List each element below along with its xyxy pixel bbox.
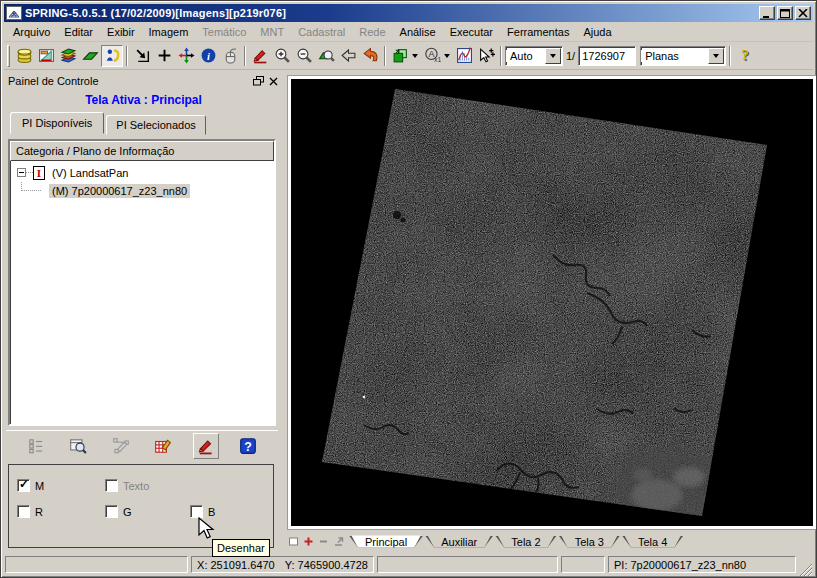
toolbar-button-acquire-points[interactable] — [475, 45, 497, 67]
category-label[interactable]: (V) LandsatPan — [49, 166, 131, 180]
remove-screen-button[interactable] — [317, 535, 330, 548]
tab-pi-disponiveis[interactable]: PI Disponíveis — [10, 112, 104, 134]
query-icon — [69, 437, 87, 455]
tab-tela-4[interactable]: Tela 4 — [622, 536, 683, 548]
main-area: Painel de Controle Tela Ativa : Principa… — [4, 70, 813, 553]
checkbox-m-box[interactable] — [17, 479, 30, 492]
checkbox-r-box[interactable] — [17, 505, 30, 518]
toolbar-button-histogram[interactable] — [453, 45, 475, 67]
checkbox-r[interactable]: R — [17, 505, 105, 518]
minimize-button[interactable] — [759, 6, 775, 20]
title-bar[interactable]: SPRING-5.0.5.1 (17/02/2009)[Imagens][p21… — [4, 4, 813, 22]
toolbar-button-couple-screens[interactable] — [389, 45, 411, 67]
database-icon — [16, 47, 33, 64]
pi-tree[interactable]: Categoria / Plano de Informação I (V) La… — [8, 139, 276, 426]
maximize-button[interactable] — [777, 6, 793, 20]
histogram-icon — [456, 47, 473, 64]
main-toolbar: i Ax1 Auto — [4, 42, 813, 70]
toolbar-button-undo-view[interactable] — [359, 45, 381, 67]
toolbar-button-spring-cursor[interactable] — [101, 45, 123, 67]
draw-button[interactable] — [193, 433, 219, 459]
window-title: SPRING-5.0.5.1 (17/02/2009)[Imagens][p21… — [25, 7, 757, 19]
toolbar-button-draw[interactable] — [249, 45, 271, 67]
panel-toolbar: ? — [6, 430, 278, 460]
draw-pencil-icon — [252, 47, 269, 64]
toolbar-button-zoom-in[interactable] — [271, 45, 293, 67]
tree-item-layer[interactable]: (M) 7p20000617_z23_nn80 — [10, 182, 274, 199]
float-panel-button[interactable] — [251, 74, 266, 88]
band-selection-groupbox: M Texto R G B — [8, 464, 274, 548]
toolbar-button-project[interactable] — [35, 45, 57, 67]
query-button[interactable] — [65, 433, 91, 459]
new-screen-button[interactable] — [287, 535, 300, 548]
active-plane-icon — [82, 47, 99, 64]
menu-arquivo[interactable]: Arquivo — [6, 23, 57, 41]
map-canvas[interactable] — [288, 76, 816, 529]
tab-tela-3[interactable]: Tela 3 — [559, 536, 620, 548]
scale-input[interactable] — [578, 46, 636, 66]
toolbar-separator — [500, 46, 502, 66]
detach-screen-button[interactable] — [332, 535, 345, 548]
pi-tabbar: PI Disponíveis PI Selecionados — [4, 110, 283, 134]
toolbar-button-layers[interactable] — [57, 45, 79, 67]
couple-screens-icon — [392, 47, 409, 64]
active-screen-label: Tela Ativa : Principal — [4, 90, 283, 110]
menu-imagem[interactable]: Imagem — [142, 23, 196, 41]
tab-auxiliar[interactable]: Auxiliar — [425, 536, 493, 548]
toolbar-button-previous-view[interactable] — [337, 45, 359, 67]
toolbar-button-pan[interactable] — [175, 45, 197, 67]
toolbar-button-database[interactable] — [13, 45, 35, 67]
projection-dropdown-icon[interactable] — [708, 48, 724, 64]
tree-header[interactable]: Categoria / Plano de Informação — [10, 141, 274, 161]
tab-tela-2[interactable]: Tela 2 — [495, 536, 556, 548]
control-panel-title: Painel de Controle — [8, 75, 251, 87]
tab-principal[interactable]: Principal — [349, 536, 423, 548]
status-cell-1 — [5, 556, 188, 573]
menu-analise[interactable]: Análise — [393, 23, 443, 41]
close-panel-button[interactable] — [266, 74, 281, 88]
menu-ajuda[interactable]: Ajuda — [576, 23, 618, 41]
menu-executar[interactable]: Executar — [443, 23, 500, 41]
checkbox-m[interactable]: M — [17, 479, 105, 492]
checkbox-g-box[interactable] — [105, 505, 118, 518]
resize-grip[interactable] — [799, 563, 812, 576]
status-cell-4 — [561, 556, 605, 573]
panel-help-button[interactable]: ? — [235, 433, 261, 459]
tab-pi-selecionados[interactable]: PI Selecionados — [106, 115, 206, 135]
matrix-edit-button[interactable] — [150, 433, 176, 459]
toolbar-button-redraw[interactable] — [131, 45, 153, 67]
menu-ferramentas[interactable]: Ferramentas — [500, 23, 576, 41]
couple-screens-dropdown-icon[interactable] — [412, 54, 418, 58]
zoom-mode-combobox[interactable]: Auto — [505, 46, 563, 66]
projection-combobox[interactable]: Planas — [640, 46, 726, 66]
status-cell-3 — [377, 556, 558, 573]
screen-tabbar: Principal Auxiliar Tela 2 Tela 3 Tela 4 — [287, 531, 817, 552]
layer-label[interactable]: (M) 7p20000617_z23_nn80 — [49, 184, 190, 198]
menu-cadastral: Cadastral — [291, 23, 352, 41]
toolbar-button-info[interactable]: i — [197, 45, 219, 67]
contrast-x1-icon: Ax1 — [424, 47, 441, 64]
toolbar-button-mouse[interactable] — [219, 45, 241, 67]
close-button[interactable] — [795, 6, 811, 20]
legend-button[interactable] — [23, 433, 49, 459]
toolbar-button-active-plane[interactable] — [79, 45, 101, 67]
svg-text:?: ? — [245, 439, 253, 453]
toolbar-button-zoom-out[interactable] — [293, 45, 315, 67]
zoom-mode-dropdown-icon[interactable] — [545, 48, 561, 64]
toolbar-button-crosshair[interactable] — [153, 45, 175, 67]
toolbar-button-zoom-region[interactable] — [315, 45, 337, 67]
toolbar-button-contrast[interactable]: Ax1 — [421, 45, 443, 67]
menu-exibir[interactable]: Exibir — [100, 23, 142, 41]
info-icon: i — [200, 47, 217, 64]
checkbox-g[interactable]: G — [105, 505, 190, 518]
tree-item-category[interactable]: I (V) LandsatPan — [10, 164, 274, 181]
toolbar-handle[interactable] — [7, 45, 10, 67]
collapse-icon[interactable] — [17, 168, 26, 177]
zoom-mode-value: Auto — [506, 50, 544, 62]
help-button[interactable]: ? — [734, 45, 756, 67]
control-panel-titlebar[interactable]: Painel de Controle — [4, 72, 283, 90]
menu-editar[interactable]: Editar — [57, 23, 100, 41]
app-logo-icon — [6, 6, 22, 20]
contrast-dropdown-icon[interactable] — [444, 54, 450, 58]
add-screen-button[interactable] — [302, 535, 315, 548]
